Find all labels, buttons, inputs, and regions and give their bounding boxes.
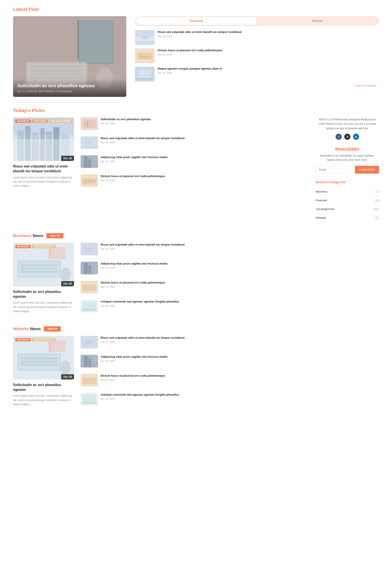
sidebar-post-title: Neque egestas congue quisque egestas dia… (158, 67, 222, 71)
social-facebook-icon[interactable]: f (336, 134, 342, 140)
list-post-title: Adipiscing vitae proin sagittis nisl rho… (101, 155, 168, 159)
list-post-date: Dec 22, 2020 (101, 398, 179, 400)
sidebar-post-content: Neque egestas congue quisque egestas dia… (158, 67, 222, 74)
list-post-title: Risus sed vulputate odio ut enim blandit… (101, 136, 185, 140)
section-accent-latest: Post (28, 6, 39, 12)
list-post-item[interactable]: Sollicitudin ac orci phasellus egestas D… (81, 117, 309, 133)
list-post-item[interactable]: volutpat commodo sed egestas egestas fri… (81, 300, 379, 315)
list-post-title: Adipiscing vitae proin sagittis nisl rho… (101, 355, 168, 359)
svg-rect-33 (87, 120, 88, 127)
picks-main-image: BUSINESS FEATURED UNCATEGORIZED (13, 117, 74, 161)
svg-point-50 (60, 268, 71, 281)
svg-rect-43 (84, 180, 94, 182)
website-main-title: Sollicitudin ac orci phasellus egestas (13, 382, 74, 392)
category-item-uncategorized[interactable]: Uncategorized (12) (316, 205, 379, 214)
business-main-post[interactable]: BUSINESS UNCATEGORIZED (13, 243, 74, 315)
website-view-all-btn[interactable]: View All (44, 326, 60, 332)
website-main-post[interactable]: BUSINESS UNCATEGORIZED (13, 336, 74, 408)
list-post-title: Adipiscing vitae proin sagittis nisl rho… (101, 262, 168, 266)
business-main-excerpt: Lorem ipsum dolor sit amet, consectetur … (13, 301, 74, 314)
list-post-item[interactable]: Adipiscing vitae proin sagittis nisl rho… (81, 155, 309, 171)
list-post-title: Risus sed vulputate odio ut enim blandit… (101, 336, 185, 340)
svg-rect-56 (84, 263, 88, 274)
newsletter-email-input[interactable] (316, 166, 355, 174)
list-post-date: Dec 29, 2020 (101, 122, 151, 125)
list-post-content: Adipiscing vitae proin sagittis nisl rho… (101, 355, 168, 362)
sidebar-post-item[interactable]: Neque egestas congue quisque egestas dia… (135, 67, 379, 82)
category-item-website[interactable]: Website (7) (316, 214, 379, 222)
list-post-title: volutpat commodo sed egestas egestas fri… (101, 300, 179, 304)
svg-rect-68 (21, 360, 58, 363)
business-view-all-btn[interactable]: View All (46, 233, 63, 238)
svg-rect-39 (88, 158, 91, 168)
list-post-date: Dec 22, 2020 (101, 266, 168, 269)
business-news-grid: BUSINESS UNCATEGORIZED (13, 243, 379, 315)
tag-business2: BUSINESS (15, 245, 31, 248)
list-post-item[interactable]: volutpat commodo sed egestas egestas fri… (81, 393, 379, 408)
picks-section-title: Today's Picks (13, 108, 379, 114)
list-post-item[interactable]: Risus sed vulputate odio ut enim blandit… (81, 136, 309, 152)
keyboard-svg (13, 243, 74, 286)
sidebar-thumb-plane (135, 30, 155, 45)
svg-rect-60 (82, 284, 96, 291)
business-date-badge: Dec 29 (61, 281, 74, 286)
tab-featured[interactable]: Featured (136, 17, 257, 25)
svg-rect-83 (82, 402, 97, 404)
svg-rect-52 (50, 249, 51, 258)
picks-main-post[interactable]: BUSINESS FEATURED UNCATEGORIZED (13, 117, 74, 222)
website-list: Risus sed vulputate odio ut enim blandit… (81, 336, 379, 408)
svg-rect-7 (29, 69, 84, 72)
category-count-uncategorized: (12) (374, 208, 379, 211)
svg-rect-38 (84, 156, 88, 168)
list-post-item[interactable]: Dictum fusce ut placerat orci nulla pell… (81, 281, 379, 296)
view-all-featured-link[interactable]: View All Featured → (135, 84, 379, 87)
website-main-image: BUSINESS UNCATEGORIZED (13, 336, 74, 380)
newsletter-subscribe-btn[interactable]: SUBSCRIBE (355, 166, 379, 174)
sidebar-post-content: Risus sed vulputate odio ut enim blandit… (158, 30, 242, 38)
list-post-item[interactable]: Dictum fusce ut placerat orci nulla pell… (81, 374, 379, 390)
list-post-item[interactable]: Adipiscing vitae proin sagittis nisl rho… (81, 262, 379, 278)
list-post-item[interactable]: Risus sed vulputate odio ut enim blandit… (81, 336, 379, 352)
featured-post-author[interactable]: admin (21, 90, 27, 92)
list-post-item[interactable]: Adipiscing vitae proin sagittis nisl rho… (81, 355, 379, 371)
category-item-featured[interactable]: Featured (3) (316, 196, 379, 205)
sidebar-post-item[interactable]: Risus sed vulputate odio ut enim blandit… (135, 30, 379, 45)
business-news-title: Business News (13, 233, 43, 238)
tab-recent[interactable]: Recent (257, 17, 378, 25)
list-post-content: Adipiscing vitae proin sagittis nisl rho… (101, 155, 168, 163)
list-post-content: Sollicitudin ac orci phasellus egestas D… (101, 117, 151, 125)
tabs-row: Featured Recent (135, 16, 379, 26)
thumb-svg-hands (135, 48, 155, 63)
list-post-item[interactable]: Dictum fusce ut placerat orci nulla pell… (81, 174, 309, 190)
social-linkedin-icon[interactable]: in (353, 134, 359, 140)
svg-rect-47 (21, 264, 58, 266)
sidebar-post-content: Dictum fusce ut placerat orci nulla pell… (158, 48, 222, 56)
svg-point-14 (141, 36, 149, 39)
svg-rect-20 (136, 78, 154, 80)
list-thumb-building3 (81, 355, 98, 368)
social-twitter-icon[interactable]: ✕ (344, 134, 350, 140)
list-thumb-laptop3 (81, 300, 98, 312)
sidebar-post-item[interactable]: Dictum fusce ut placerat orci nulla pell… (135, 48, 379, 63)
svg-rect-82 (83, 395, 96, 402)
svg-rect-49 (21, 271, 58, 273)
social-row: f ✕ in (316, 134, 379, 140)
list-thumb-laptop4 (81, 393, 98, 406)
website-main-excerpt: Lorem ipsum dolor sit amet, consectetur … (13, 394, 74, 406)
svg-point-74 (85, 341, 93, 344)
svg-rect-80 (82, 378, 96, 384)
category-item-business[interactable]: Business (7) (316, 187, 379, 196)
tag-featured: FEATURED (32, 120, 48, 123)
list-post-date: Dec 22, 2020 (101, 304, 179, 307)
tag-business3: BUSINESS (15, 338, 31, 341)
picks-main-title: Risus sed vulputate odio ut enim blandit… (13, 164, 74, 174)
featured-post-card[interactable]: Sollicitudin ac orci phasellus egestas b… (13, 16, 126, 97)
newsletter-form: SUBSCRIBE (316, 166, 379, 174)
list-post-title: Sollicitudin ac orci phasellus egestas (101, 117, 151, 121)
sidebar-post-date: Dec 22, 2020 (158, 53, 222, 56)
list-post-item[interactable]: Risus sed vulputate odio ut enim blandit… (81, 243, 379, 259)
picks-accent: Picks (32, 108, 45, 113)
thumb-svg-plane (135, 30, 155, 45)
svg-rect-62 (83, 302, 96, 310)
sidebar-post-title: Dictum fusce ut placerat orci nulla pell… (158, 48, 222, 52)
